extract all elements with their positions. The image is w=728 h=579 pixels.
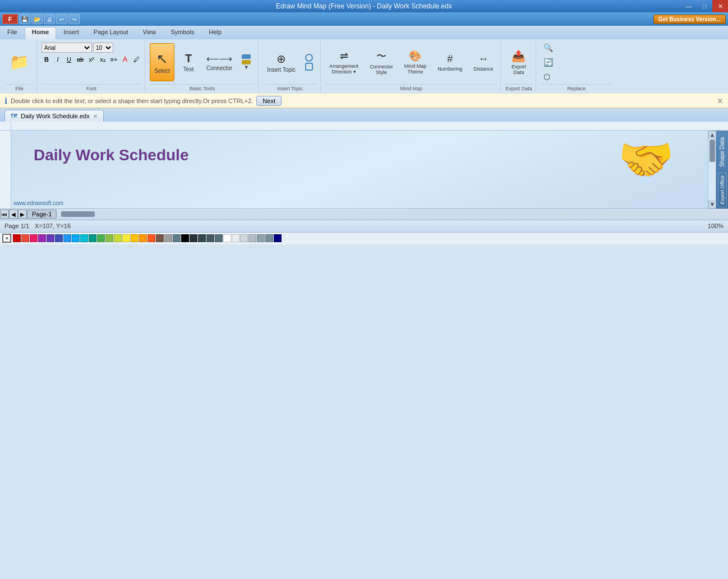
select-tool-button[interactable]: ↖ Select [150, 43, 174, 81]
horizontal-scrollbar[interactable] [59, 210, 728, 218]
color-swatch[interactable] [21, 234, 29, 242]
tab-help[interactable]: Help [201, 27, 229, 39]
export-data-button[interactable]: 📤 ExportData [506, 43, 531, 81]
color-swatch[interactable] [47, 234, 54, 242]
tab-insert[interactable]: Insert [56, 27, 86, 39]
status-bar: Page 1/1 X=107, Y=16 100% [0, 220, 728, 232]
vertical-scrollbar[interactable]: ▲ ▼ [708, 131, 716, 209]
color-swatch[interactable] [181, 234, 189, 242]
underline-button[interactable]: U [64, 54, 74, 64]
distance-button[interactable]: ↔ Distance [469, 43, 497, 81]
maximize-button[interactable]: □ [697, 0, 712, 12]
replace-text-button[interactable]: 🔄 [541, 56, 557, 68]
next-button[interactable]: Next [256, 96, 282, 106]
replace-shape-button[interactable]: ⬡ [541, 71, 555, 83]
tab-file[interactable]: File [0, 27, 25, 39]
color-swatch[interactable] [206, 234, 214, 242]
color-swatch[interactable] [215, 234, 223, 242]
redo-button[interactable]: ↪ [68, 14, 80, 24]
save-button[interactable]: 💾 [19, 14, 30, 24]
color-swatch[interactable] [105, 234, 113, 242]
page-tab[interactable]: Page-1 [27, 210, 57, 219]
color-swatch[interactable] [257, 234, 265, 242]
scroll-up-button[interactable]: ▲ [708, 131, 716, 138]
color-swatch[interactable] [114, 234, 122, 242]
nav-next-button[interactable]: ▶ [18, 210, 27, 219]
nav-prev-button[interactable]: ◀ [9, 210, 18, 219]
insert-topic-button[interactable]: ⊕ Insert Topic [263, 43, 300, 81]
color-swatch[interactable] [198, 234, 206, 242]
color-swatch[interactable] [131, 234, 139, 242]
color-swatch[interactable] [274, 234, 282, 242]
document-tab[interactable]: 🗺 Daily Work Schedule.edx ✕ [4, 110, 104, 122]
close-button[interactable]: ✕ [712, 0, 728, 12]
minimize-button[interactable]: — [681, 0, 697, 12]
font-size-select[interactable]: 10 [93, 43, 113, 53]
insert-options-button[interactable] [301, 43, 317, 81]
connector-tool-button[interactable]: ⟵⟶ Connector [202, 43, 236, 81]
print-button[interactable]: 🖨 [44, 14, 55, 24]
connector-icon: ⟵⟶ [206, 53, 232, 64]
shape-data-label[interactable]: Shape Data [717, 133, 727, 172]
arrangement-direction-button[interactable]: ⇌ ArrangementDirection ▾ [325, 43, 362, 81]
find-text-button[interactable]: 🔍 [541, 41, 557, 54]
get-business-button[interactable]: Get Business Version... [653, 15, 726, 24]
info-close-button[interactable]: ✕ [717, 96, 724, 105]
color-swatch[interactable] [139, 234, 147, 242]
no-color-swatch[interactable]: ✕ [2, 234, 11, 243]
color-swatch[interactable] [30, 234, 38, 242]
color-swatch[interactable] [63, 234, 71, 242]
color-swatch[interactable] [173, 234, 181, 242]
hscroll-thumb[interactable] [61, 211, 95, 217]
color-swatch[interactable] [164, 234, 172, 242]
undo-button[interactable]: ↩ [56, 14, 67, 24]
connector-style-button[interactable]: 〜 ConnectorStyle [366, 43, 397, 81]
file-menu-button[interactable]: 📁 [6, 43, 33, 81]
numbering-button[interactable]: # Numbering [434, 43, 466, 81]
color-swatch[interactable] [265, 234, 273, 242]
color-swatch[interactable] [38, 234, 46, 242]
color-swatch[interactable] [122, 234, 130, 242]
font-family-select[interactable]: Arial [42, 43, 92, 53]
canvas-area[interactable]: Daily Work Schedule [11, 131, 708, 209]
color-swatch[interactable] [232, 234, 239, 242]
color-swatch[interactable] [97, 234, 105, 242]
theme-label: Mind MapTheme [404, 63, 427, 75]
superscript-button[interactable]: x² [86, 54, 96, 64]
open-button[interactable]: 📂 [31, 14, 43, 24]
color-swatch[interactable] [223, 234, 231, 242]
subscript-button[interactable]: x₂ [98, 54, 108, 64]
more-tools-button[interactable]: ▼ [238, 43, 255, 81]
strikethrough-button[interactable]: ab [75, 54, 85, 64]
color-swatch[interactable] [156, 234, 164, 242]
file-button[interactable]: F [2, 14, 18, 24]
tab-page-layout[interactable]: Page Layout [86, 27, 136, 39]
color-swatch[interactable] [89, 234, 96, 242]
export-office-icon[interactable]: Export Office [718, 173, 727, 207]
color-swatch[interactable] [148, 234, 155, 242]
nav-first-button[interactable]: ⏮ [0, 210, 9, 219]
tab-home[interactable]: Home [25, 27, 57, 39]
font-color-button[interactable]: A [120, 54, 130, 64]
highlight-button[interactable]: 🖊 [131, 54, 141, 64]
color-swatch[interactable] [72, 234, 80, 242]
info-message: Double click to edit the text; or select… [11, 98, 253, 104]
tab-close-button[interactable]: ✕ [93, 113, 98, 119]
color-swatch[interactable] [55, 234, 63, 242]
scroll-down-button[interactable]: ▼ [708, 201, 716, 209]
bold-button[interactable]: B [42, 54, 52, 64]
tab-symbols[interactable]: Symbols [163, 27, 201, 39]
indent-button[interactable]: ≡+ [109, 54, 119, 64]
scroll-track[interactable] [708, 138, 716, 201]
scroll-thumb[interactable] [709, 140, 715, 162]
italic-button[interactable]: I [53, 54, 63, 64]
color-swatch[interactable] [13, 234, 21, 242]
color-swatch[interactable] [190, 234, 197, 242]
text-tool-button[interactable]: T Text [176, 43, 201, 81]
color-swatch[interactable] [80, 234, 88, 242]
tab-view[interactable]: View [136, 27, 164, 39]
mind-map-theme-button[interactable]: 🎨 Mind MapTheme [400, 43, 431, 81]
color-swatch[interactable] [240, 234, 248, 242]
color-swatch[interactable] [248, 234, 256, 242]
group-font-label: Font [42, 84, 141, 91]
